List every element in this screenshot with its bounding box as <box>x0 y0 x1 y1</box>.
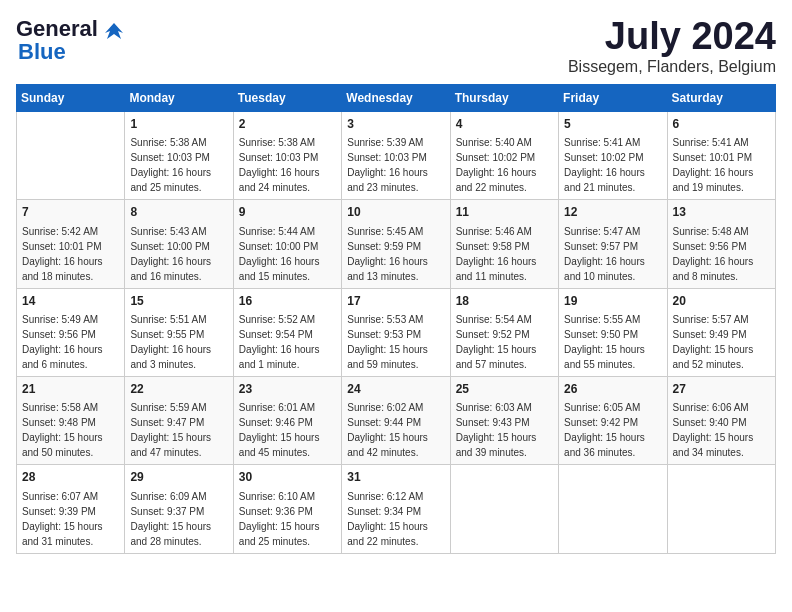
day-number: 3 <box>347 116 444 133</box>
calendar-cell <box>559 465 667 553</box>
page-header: General Blue July 2024 Bissegem, Flander… <box>16 16 776 76</box>
day-number: 11 <box>456 204 553 221</box>
calendar-cell: 26Sunrise: 6:05 AMSunset: 9:42 PMDayligh… <box>559 376 667 464</box>
col-header-saturday: Saturday <box>667 84 775 111</box>
day-number: 23 <box>239 381 336 398</box>
day-number: 14 <box>22 293 119 310</box>
day-info: Sunrise: 5:38 AMSunset: 10:03 PMDaylight… <box>239 135 336 195</box>
day-number: 31 <box>347 469 444 486</box>
calendar-cell: 15Sunrise: 5:51 AMSunset: 9:55 PMDayligh… <box>125 288 233 376</box>
svg-marker-0 <box>105 23 123 39</box>
day-number: 9 <box>239 204 336 221</box>
day-info: Sunrise: 5:52 AMSunset: 9:54 PMDaylight:… <box>239 312 336 372</box>
calendar-cell: 3Sunrise: 5:39 AMSunset: 10:03 PMDayligh… <box>342 111 450 199</box>
calendar-cell: 14Sunrise: 5:49 AMSunset: 9:56 PMDayligh… <box>17 288 125 376</box>
day-number: 28 <box>22 469 119 486</box>
day-info: Sunrise: 5:41 AMSunset: 10:01 PMDaylight… <box>673 135 770 195</box>
day-info: Sunrise: 5:48 AMSunset: 9:56 PMDaylight:… <box>673 224 770 284</box>
calendar-cell: 4Sunrise: 5:40 AMSunset: 10:02 PMDayligh… <box>450 111 558 199</box>
day-number: 8 <box>130 204 227 221</box>
day-number: 29 <box>130 469 227 486</box>
day-info: Sunrise: 5:59 AMSunset: 9:47 PMDaylight:… <box>130 400 227 460</box>
calendar-cell: 7Sunrise: 5:42 AMSunset: 10:01 PMDayligh… <box>17 200 125 288</box>
calendar-cell: 18Sunrise: 5:54 AMSunset: 9:52 PMDayligh… <box>450 288 558 376</box>
col-header-friday: Friday <box>559 84 667 111</box>
day-info: Sunrise: 6:02 AMSunset: 9:44 PMDaylight:… <box>347 400 444 460</box>
day-number: 13 <box>673 204 770 221</box>
day-info: Sunrise: 5:57 AMSunset: 9:49 PMDaylight:… <box>673 312 770 372</box>
calendar-table: SundayMondayTuesdayWednesdayThursdayFrid… <box>16 84 776 554</box>
col-header-tuesday: Tuesday <box>233 84 341 111</box>
day-number: 5 <box>564 116 661 133</box>
location-subtitle: Bissegem, Flanders, Belgium <box>568 58 776 76</box>
calendar-cell: 6Sunrise: 5:41 AMSunset: 10:01 PMDayligh… <box>667 111 775 199</box>
calendar-cell: 23Sunrise: 6:01 AMSunset: 9:46 PMDayligh… <box>233 376 341 464</box>
calendar-cell: 9Sunrise: 5:44 AMSunset: 10:00 PMDayligh… <box>233 200 341 288</box>
day-info: Sunrise: 5:38 AMSunset: 10:03 PMDaylight… <box>130 135 227 195</box>
day-info: Sunrise: 6:07 AMSunset: 9:39 PMDaylight:… <box>22 489 119 549</box>
calendar-cell: 11Sunrise: 5:46 AMSunset: 9:58 PMDayligh… <box>450 200 558 288</box>
day-info: Sunrise: 5:51 AMSunset: 9:55 PMDaylight:… <box>130 312 227 372</box>
day-number: 30 <box>239 469 336 486</box>
calendar-cell: 22Sunrise: 5:59 AMSunset: 9:47 PMDayligh… <box>125 376 233 464</box>
calendar-cell <box>17 111 125 199</box>
day-info: Sunrise: 6:01 AMSunset: 9:46 PMDaylight:… <box>239 400 336 460</box>
calendar-cell <box>450 465 558 553</box>
calendar-cell: 16Sunrise: 5:52 AMSunset: 9:54 PMDayligh… <box>233 288 341 376</box>
calendar-header-row: SundayMondayTuesdayWednesdayThursdayFrid… <box>17 84 776 111</box>
calendar-week-2: 7Sunrise: 5:42 AMSunset: 10:01 PMDayligh… <box>17 200 776 288</box>
day-number: 10 <box>347 204 444 221</box>
day-info: Sunrise: 5:47 AMSunset: 9:57 PMDaylight:… <box>564 224 661 284</box>
calendar-cell: 27Sunrise: 6:06 AMSunset: 9:40 PMDayligh… <box>667 376 775 464</box>
calendar-week-4: 21Sunrise: 5:58 AMSunset: 9:48 PMDayligh… <box>17 376 776 464</box>
calendar-week-1: 1Sunrise: 5:38 AMSunset: 10:03 PMDayligh… <box>17 111 776 199</box>
day-info: Sunrise: 6:09 AMSunset: 9:37 PMDaylight:… <box>130 489 227 549</box>
day-number: 24 <box>347 381 444 398</box>
day-number: 16 <box>239 293 336 310</box>
day-info: Sunrise: 5:53 AMSunset: 9:53 PMDaylight:… <box>347 312 444 372</box>
day-info: Sunrise: 5:41 AMSunset: 10:02 PMDaylight… <box>564 135 661 195</box>
day-number: 1 <box>130 116 227 133</box>
day-info: Sunrise: 5:39 AMSunset: 10:03 PMDaylight… <box>347 135 444 195</box>
calendar-body: 1Sunrise: 5:38 AMSunset: 10:03 PMDayligh… <box>17 111 776 553</box>
day-info: Sunrise: 5:46 AMSunset: 9:58 PMDaylight:… <box>456 224 553 284</box>
day-info: Sunrise: 5:49 AMSunset: 9:56 PMDaylight:… <box>22 312 119 372</box>
col-header-monday: Monday <box>125 84 233 111</box>
calendar-cell: 10Sunrise: 5:45 AMSunset: 9:59 PMDayligh… <box>342 200 450 288</box>
day-info: Sunrise: 5:54 AMSunset: 9:52 PMDaylight:… <box>456 312 553 372</box>
calendar-cell: 20Sunrise: 5:57 AMSunset: 9:49 PMDayligh… <box>667 288 775 376</box>
title-block: July 2024 Bissegem, Flanders, Belgium <box>568 16 776 76</box>
calendar-cell: 21Sunrise: 5:58 AMSunset: 9:48 PMDayligh… <box>17 376 125 464</box>
calendar-cell: 8Sunrise: 5:43 AMSunset: 10:00 PMDayligh… <box>125 200 233 288</box>
day-number: 7 <box>22 204 119 221</box>
day-info: Sunrise: 5:42 AMSunset: 10:01 PMDaylight… <box>22 224 119 284</box>
col-header-sunday: Sunday <box>17 84 125 111</box>
day-info: Sunrise: 6:03 AMSunset: 9:43 PMDaylight:… <box>456 400 553 460</box>
day-info: Sunrise: 5:55 AMSunset: 9:50 PMDaylight:… <box>564 312 661 372</box>
logo: General Blue <box>16 16 125 65</box>
day-info: Sunrise: 6:12 AMSunset: 9:34 PMDaylight:… <box>347 489 444 549</box>
day-number: 22 <box>130 381 227 398</box>
calendar-cell: 31Sunrise: 6:12 AMSunset: 9:34 PMDayligh… <box>342 465 450 553</box>
day-number: 12 <box>564 204 661 221</box>
day-number: 19 <box>564 293 661 310</box>
day-number: 18 <box>456 293 553 310</box>
day-number: 20 <box>673 293 770 310</box>
day-info: Sunrise: 6:06 AMSunset: 9:40 PMDaylight:… <box>673 400 770 460</box>
col-header-wednesday: Wednesday <box>342 84 450 111</box>
day-info: Sunrise: 5:45 AMSunset: 9:59 PMDaylight:… <box>347 224 444 284</box>
calendar-cell: 24Sunrise: 6:02 AMSunset: 9:44 PMDayligh… <box>342 376 450 464</box>
day-number: 26 <box>564 381 661 398</box>
calendar-cell: 13Sunrise: 5:48 AMSunset: 9:56 PMDayligh… <box>667 200 775 288</box>
day-number: 21 <box>22 381 119 398</box>
calendar-cell: 30Sunrise: 6:10 AMSunset: 9:36 PMDayligh… <box>233 465 341 553</box>
day-number: 4 <box>456 116 553 133</box>
day-info: Sunrise: 5:43 AMSunset: 10:00 PMDaylight… <box>130 224 227 284</box>
calendar-cell: 12Sunrise: 5:47 AMSunset: 9:57 PMDayligh… <box>559 200 667 288</box>
day-number: 25 <box>456 381 553 398</box>
day-number: 6 <box>673 116 770 133</box>
col-header-thursday: Thursday <box>450 84 558 111</box>
calendar-cell: 29Sunrise: 6:09 AMSunset: 9:37 PMDayligh… <box>125 465 233 553</box>
calendar-cell: 25Sunrise: 6:03 AMSunset: 9:43 PMDayligh… <box>450 376 558 464</box>
logo-blue: Blue <box>18 39 66 65</box>
